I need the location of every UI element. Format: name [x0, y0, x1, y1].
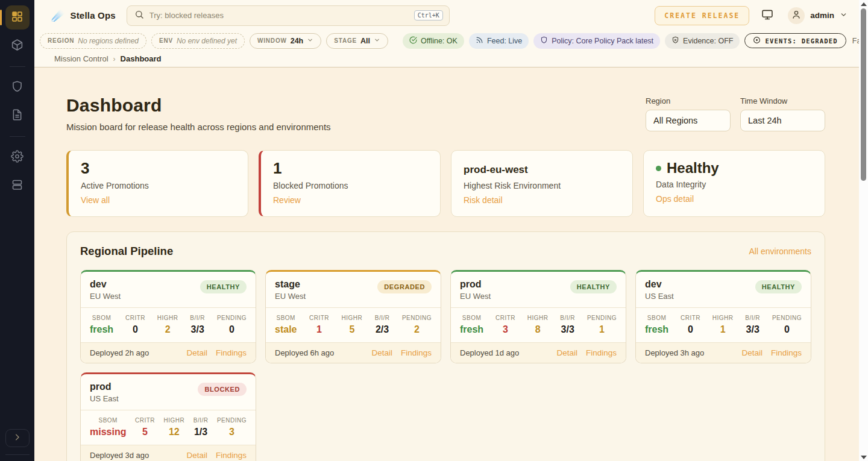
stat-col-label: B/I/R: [190, 315, 205, 321]
shield-x-icon: [671, 36, 679, 46]
stat-value: 0: [217, 324, 247, 335]
search-input[interactable]: [149, 11, 409, 20]
detail-link[interactable]: Detail: [741, 348, 763, 357]
env-card-header: prod US East BLOCKED: [81, 374, 256, 410]
stat-bir: B/I/R3/3: [560, 315, 575, 335]
env-card-dev-eu-west: dev EU West HEALTHY SBOMfresh CRITR0 HIG…: [80, 270, 256, 363]
region-select[interactable]: All Regions: [646, 110, 731, 131]
stat-value: 12: [164, 427, 185, 437]
sidebar-item-dashboard[interactable]: [5, 5, 30, 30]
findings-link[interactable]: Findings: [586, 348, 617, 357]
stat-col-label: B/I/R: [193, 417, 209, 424]
breadcrumb-separator: ›: [113, 55, 116, 63]
env-filter-chip[interactable]: ENV No env defined yet: [151, 33, 245, 49]
status-badge: HEALTHY: [570, 280, 617, 293]
status-badge: BLOCKED: [198, 383, 247, 396]
sidebar-item-security[interactable]: [5, 75, 30, 99]
detail-link[interactable]: Detail: [556, 348, 577, 357]
env-stats-row: SBOMmissing CRITR5 HIGHR12 B/I/R1/3 PEND…: [81, 410, 256, 445]
stat-col-label: HIGHR: [712, 315, 734, 321]
panel-title: Regional Pipeline: [80, 245, 173, 258]
detail-link[interactable]: Detail: [186, 348, 207, 357]
review-link[interactable]: Review: [273, 195, 301, 205]
findings-link[interactable]: Findings: [216, 348, 247, 357]
scroll-down-arrow[interactable]: [861, 456, 867, 459]
scroll-up-arrow[interactable]: [861, 2, 867, 6]
sidebar-divider: [5, 454, 30, 455]
sidebar: [0, 0, 34, 461]
stat-value: fresh: [460, 324, 483, 335]
breadcrumb-mission-control[interactable]: Mission Control: [54, 54, 108, 63]
stat-col-label: HIGHR: [157, 315, 178, 321]
all-environments-link[interactable]: All environments: [749, 246, 812, 256]
findings-link[interactable]: Findings: [401, 348, 432, 357]
stat-bir: B/I/R2/3: [375, 315, 390, 335]
shield-icon: [11, 80, 24, 95]
display-mode-button[interactable]: [761, 8, 773, 23]
stat-highr: HIGHR12: [164, 417, 185, 437]
regional-pipeline-panel: Regional Pipeline All environments dev E…: [66, 231, 825, 461]
main-area: ☄️ Stella Ops Ctrl+K CREATE RELEASE admi…: [34, 0, 868, 461]
stat-col-label: PENDING: [402, 315, 432, 321]
stat-label: Active Promotions: [81, 181, 236, 190]
detail-link[interactable]: Detail: [371, 348, 392, 357]
sidebar-item-infrastructure[interactable]: [5, 174, 30, 198]
env-stats-row: SBOMfresh CRITR0 HIGHR1 B/I/R3/3 PENDING…: [636, 307, 811, 342]
stat-col-label: B/I/R: [745, 315, 760, 321]
feed-status-pill: Feed: Live: [469, 33, 529, 49]
create-release-button[interactable]: CREATE RELEASE: [655, 6, 749, 25]
stat-value: 5: [342, 324, 363, 335]
page-scrollbar[interactable]: [859, 0, 868, 461]
findings-link[interactable]: Findings: [216, 451, 247, 460]
scrollbar-thumb[interactable]: [861, 8, 866, 181]
gear-icon: [11, 150, 24, 165]
evidence-status-text: Evidence: OFF: [683, 37, 733, 45]
stage-chip-value: All: [360, 37, 370, 45]
stat-value: 0: [772, 324, 802, 335]
region-chip-value: No regions defined: [78, 37, 139, 45]
env-card-footer: Deployed 1d ago DetailFindings: [451, 342, 626, 363]
stat-col-label: HIGHR: [164, 417, 185, 424]
chevron-down-icon: [374, 37, 380, 45]
findings-link[interactable]: Findings: [771, 348, 802, 357]
detail-link[interactable]: Detail: [186, 451, 207, 460]
window-filter-chip[interactable]: WINDOW 24h: [250, 33, 321, 49]
user-menu[interactable]: admin: [788, 7, 848, 24]
time-window-select[interactable]: Last 24h: [740, 110, 825, 131]
stat-sbom: SBOMmissing: [90, 417, 126, 437]
env-chip-value: No env defined yet: [177, 37, 237, 45]
env-links: DetailFindings: [741, 348, 802, 357]
stage-filter-chip[interactable]: STAGE All: [326, 33, 388, 49]
stat-value: missing: [90, 427, 126, 437]
shield-icon: [540, 36, 548, 46]
deployed-text: Deployed 3h ago: [645, 348, 704, 357]
policy-status-pill: Policy: Core Policy Pack latest: [533, 33, 660, 49]
stat-card-data-integrity: Healthy Data Integrity Ops detail: [643, 150, 825, 217]
sidebar-expand-button[interactable]: [5, 429, 30, 447]
page-filters: Region All Regions Time Window Last 24h: [646, 95, 825, 131]
env-card-footer: Deployed 6h ago DetailFindings: [266, 342, 441, 363]
stat-sbom: SBOMfresh: [90, 315, 113, 335]
stat-value: 2: [402, 324, 432, 335]
env-card-footer: Deployed 3d ago DetailFindings: [81, 445, 256, 461]
stat-sbom: SBOMfresh: [460, 315, 483, 335]
stat-value: 0: [681, 324, 700, 335]
env-card-prod-us-east: prod US East BLOCKED SBOMmissing CRITR5 …: [80, 372, 256, 461]
monitor-icon: [761, 8, 773, 23]
status-badge: HEALTHY: [755, 280, 802, 293]
env-identity: dev EU West: [90, 279, 121, 301]
app-root: ☄️ Stella Ops Ctrl+K CREATE RELEASE admi…: [0, 0, 868, 461]
check-circle-icon: [409, 36, 417, 46]
search-box[interactable]: Ctrl+K: [127, 5, 450, 26]
stat-col-label: SBOM: [90, 315, 113, 321]
view-all-link[interactable]: View all: [81, 195, 110, 205]
sidebar-item-releases[interactable]: [5, 34, 30, 58]
region-filter-chip[interactable]: REGION No regions defined: [40, 33, 146, 49]
env-card-prod-eu-west: prod EU West HEALTHY SBOMfresh CRITR3 HI…: [450, 270, 626, 363]
comet-logo-icon: ☄️: [51, 9, 64, 22]
risk-detail-link[interactable]: Risk detail: [464, 195, 503, 205]
sidebar-item-settings[interactable]: [5, 145, 30, 169]
chevron-down-icon: [840, 10, 848, 21]
ops-detail-link[interactable]: Ops detail: [656, 194, 694, 204]
sidebar-item-documents[interactable]: [5, 104, 30, 128]
